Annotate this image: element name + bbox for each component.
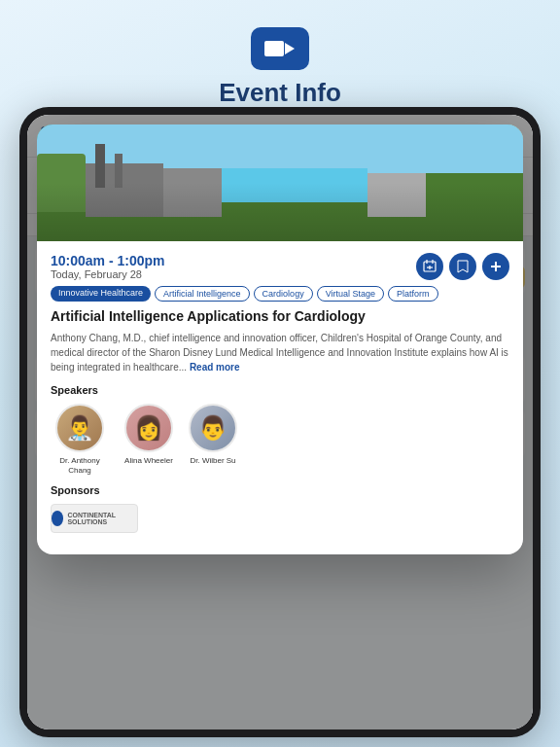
modal-image [37,124,523,241]
primary-tag[interactable]: Innovative Healthcare [51,286,151,302]
tablet-screen: Hubilo Show Live session ↗ ☰ Sessions To… [27,115,533,729]
plus-icon [489,260,503,273]
top-header: Event Info [0,0,560,127]
calendar-add-button[interactable] [416,253,443,280]
modal-time-row: 10:00am - 1:00pm Today, February 28 [51,253,509,280]
modal-overlay: 10:00am - 1:00pm Today, February 28 [27,115,533,729]
tag-ai[interactable]: Artificial Intelligence [155,286,250,302]
speakers-section: Speakers 👨‍⚕️ Dr. Anthony Chang 👩 [51,384,509,475]
modal-image-overlay [37,124,523,241]
speaker-face-3: 👨 [191,406,235,450]
calendar-add-icon [423,260,437,273]
tag-virtual-stage[interactable]: Virtual Stage [317,286,384,302]
bookmark-icon [457,260,469,273]
speaker-avatar-1: 👨‍⚕️ [55,404,104,452]
event-detail-modal: 10:00am - 1:00pm Today, February 28 [37,124,523,554]
speakers-title: Speakers [51,384,509,396]
speaker-avatar-2: 👩 [124,404,173,452]
speaker-face-2: 👩 [126,406,171,450]
session-description: Anthony Chang, M.D., chief intelligence … [51,331,509,374]
speaker-name-2: Alina Wheeler [124,456,173,466]
app-icon [251,27,309,70]
svg-rect-0 [264,41,284,56]
svg-marker-1 [285,43,295,54]
speaker-face-1: 👨‍⚕️ [57,406,102,450]
modal-body: 10:00am - 1:00pm Today, February 28 [37,241,523,554]
tag-row: Innovative Healthcare Artificial Intelli… [51,286,509,302]
modal-time: 10:00am - 1:00pm [51,253,165,268]
video-camera-icon [264,37,296,60]
speaker-item-1: 👨‍⚕️ Dr. Anthony Chang [51,404,109,475]
tablet-frame: Hubilo Show Live session ↗ ☰ Sessions To… [19,107,541,737]
modal-date: Today, February 28 [51,268,165,280]
read-more-link[interactable]: Read more [190,362,240,373]
sponsors-section: Sponsors CONTINENTAL SOLUTIONS [51,484,509,533]
add-button[interactable] [482,253,509,280]
speaker-item-2: 👩 Alina Wheeler [124,404,173,475]
sponsor-name: CONTINENTAL SOLUTIONS [67,512,137,525]
sponsor-logo-inner: CONTINENTAL SOLUTIONS [52,511,137,526]
session-title: Artificial Intelligence Applications for… [51,307,509,325]
tag-cardiology[interactable]: Cardiology [254,286,313,302]
modal-time-date: 10:00am - 1:00pm Today, February 28 [51,253,165,280]
sponsor-logo: CONTINENTAL SOLUTIONS [51,504,138,533]
tag-platform[interactable]: Platform [388,286,438,302]
speaker-name-1: Dr. Anthony Chang [51,456,109,475]
speaker-avatar-3: 👨 [189,404,237,452]
speaker-item-3: 👨 Dr. Wilber Su [189,404,237,475]
speakers-row: 👨‍⚕️ Dr. Anthony Chang 👩 Alina Wheeler [51,404,509,475]
sponsors-title: Sponsors [51,484,509,496]
page-title: Event Info [219,78,341,108]
sponsor-icon [52,511,63,526]
bookmark-button[interactable] [449,253,476,280]
speaker-name-3: Dr. Wilber Su [190,456,235,466]
modal-actions [416,253,509,280]
